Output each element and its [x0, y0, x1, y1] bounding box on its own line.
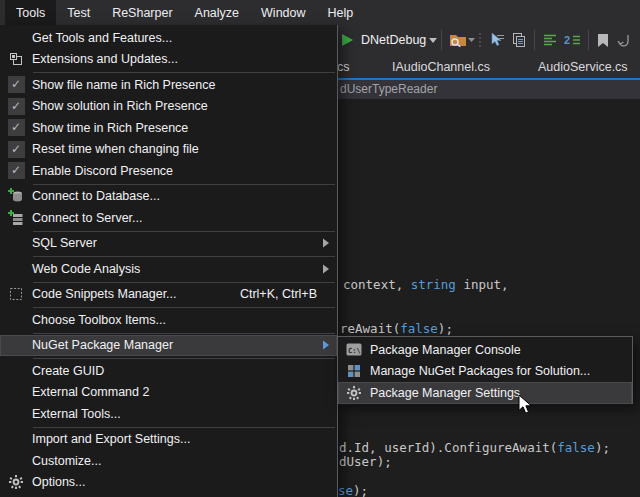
- menu-separator: [33, 356, 335, 359]
- menu-separator: [33, 254, 335, 257]
- menu-icon-empty: [0, 309, 32, 331]
- debug-target-dropdown[interactable]: DNetDebug: [361, 33, 426, 47]
- menu-separator: [33, 331, 335, 334]
- menu-item-web-code-analysis[interactable]: Web Code Analysis: [0, 258, 337, 280]
- chevron-down-icon[interactable]: [429, 38, 437, 43]
- menu-item-get-tools-and-features[interactable]: Get Tools and Features...: [0, 27, 337, 49]
- checkmark-icon: ✓: [0, 117, 32, 139]
- connect-database-icon: [0, 186, 32, 208]
- menubar-item-analyze[interactable]: Analyze: [184, 0, 250, 25]
- code-segment: );: [595, 440, 610, 455]
- menu-item-manage-nuget-packages-for-solution[interactable]: Manage NuGet Packages for Solution...: [338, 361, 632, 383]
- toolbar-items: DNetDebug: [338, 25, 633, 55]
- checkmark-icon: ✓: [0, 74, 32, 96]
- menu-item-external-tools[interactable]: External Tools...: [0, 403, 337, 425]
- tab-audioservicecs[interactable]: AudioService.cs: [538, 60, 628, 74]
- svg-text:C:\: C:\: [348, 347, 361, 355]
- menu-item-choose-toolbox-items[interactable]: Choose Toolbox Items...: [0, 309, 337, 331]
- menu-icon-empty: [0, 258, 32, 280]
- toolbar-separator: [588, 30, 589, 50]
- tools-menu-dropdown: Get Tools and Features...Extensions and …: [0, 25, 338, 497]
- menu-item-label: External Command 2: [32, 385, 337, 399]
- menu-icon-empty: [0, 233, 32, 255]
- menu-item-shortcut: Ctrl+K, Ctrl+B: [240, 287, 317, 301]
- code-segment: input,: [456, 277, 509, 292]
- menu-icon-empty: [0, 450, 32, 472]
- smart-indent-button[interactable]: 2: [561, 27, 584, 53]
- menu-item-customize[interactable]: Customize...: [0, 450, 337, 472]
- copy-document-icon: [511, 32, 527, 48]
- menu-item-label: Show file name in Rich Presence: [32, 78, 337, 92]
- menu-item-connect-to-database[interactable]: Connect to Database...: [0, 186, 337, 208]
- code-line: d.Id, userId).ConfigureAwait(false);: [339, 441, 610, 454]
- menu-icon-empty: [0, 429, 32, 451]
- code-line: se);: [338, 484, 368, 497]
- gear-icon: [0, 472, 32, 494]
- menu-item-show-file-name-in-rich-presence[interactable]: ✓Show file name in Rich Presence: [0, 74, 337, 96]
- console-icon: C:\: [338, 339, 370, 361]
- menubar-item-help[interactable]: Help: [317, 0, 365, 25]
- menu-item-create-guid[interactable]: Create GUID: [0, 360, 337, 382]
- menu-item-connect-to-server[interactable]: Connect to Server...: [0, 207, 337, 229]
- code-segment: );: [353, 483, 368, 497]
- navigate-to-button[interactable]: [485, 27, 508, 53]
- indent-question-icon: 2: [564, 33, 581, 47]
- menu-item-label: NuGet Package Manager: [32, 338, 322, 352]
- find-in-files-button[interactable]: [446, 27, 470, 53]
- menu-item-sql-server[interactable]: SQL Server: [0, 233, 337, 255]
- bookmark-button[interactable]: [593, 27, 613, 53]
- menu-item-label: Web Code Analysis: [32, 262, 322, 276]
- chevron-down-icon[interactable]: [468, 38, 475, 42]
- indent-lines-icon: [542, 33, 558, 47]
- menu-icon-empty: [0, 360, 32, 382]
- menu-separator: [33, 229, 335, 232]
- menu-item-package-manager-console[interactable]: C:\Package Manager Console: [338, 339, 632, 361]
- format-document-button[interactable]: [539, 27, 561, 53]
- menu-item-label: Choose Toolbox Items...: [32, 313, 337, 327]
- menu-item-show-solution-in-rich-presence[interactable]: ✓Show solution in Rich Presence: [0, 96, 337, 118]
- run-button[interactable]: [338, 27, 357, 53]
- menu-item-label: Create GUID: [32, 364, 337, 378]
- connect-server-icon: [0, 207, 32, 229]
- menu-separator: [33, 182, 335, 185]
- toolbar-grip[interactable]: [479, 33, 481, 47]
- menu-item-external-command-2[interactable]: External Command 2: [0, 382, 337, 404]
- vs-ide-window: ToolsTestReSharperAnalyzeWindowHelp DNet…: [0, 0, 640, 497]
- extensions-icon: [0, 49, 32, 71]
- menubar-item-test[interactable]: Test: [56, 0, 101, 25]
- breadcrumb[interactable]: dUserTypeReader: [340, 82, 437, 96]
- copy-code-button[interactable]: [508, 27, 530, 53]
- code-segment: d.Id, userId).ConfigureAwait(: [339, 440, 557, 455]
- menu-item-show-time-in-rich-presence[interactable]: ✓Show time in Rich Presence: [0, 117, 337, 139]
- menu-icon-empty: [0, 382, 32, 404]
- menubar-item-window[interactable]: Window: [250, 0, 316, 25]
- menu-item-label: Connect to Server...: [32, 211, 337, 225]
- menu-bar: ToolsTestReSharperAnalyzeWindowHelp: [0, 0, 640, 25]
- tab-iaudiochannelcs[interactable]: IAudioChannel.cs: [392, 60, 490, 74]
- menu-item-enable-discord-presence[interactable]: ✓Enable Discord Presence: [0, 160, 337, 182]
- code-line: dUser);: [339, 455, 392, 468]
- menu-item-nuget-package-manager[interactable]: NuGet Package Manager: [0, 335, 337, 357]
- code-segment: false: [400, 321, 438, 336]
- menu-icon-empty: [0, 335, 32, 357]
- prev-bookmark-button[interactable]: [613, 27, 633, 53]
- menu-item-options[interactable]: Options...: [0, 472, 337, 494]
- tab-cs[interactable]: cs: [337, 60, 350, 74]
- code-segment: reAwait(: [340, 321, 400, 336]
- code-segment: string: [411, 277, 456, 292]
- menu-item-reset-time-when-changing-file[interactable]: ✓Reset time when changing file: [0, 139, 337, 161]
- menubar-item-tools[interactable]: Tools: [5, 0, 56, 25]
- menu-item-import-and-export-settings[interactable]: Import and Export Settings...: [0, 429, 337, 451]
- menu-item-label: SQL Server: [32, 236, 322, 250]
- code-segment: );: [438, 321, 453, 336]
- menu-item-code-snippets-manager[interactable]: Code Snippets Manager...Ctrl+K, Ctrl+B: [0, 284, 337, 306]
- menu-item-package-manager-settings[interactable]: Package Manager Settings: [338, 382, 632, 404]
- submenu-arrow-icon: [322, 264, 330, 274]
- code-snippets-icon: [0, 284, 32, 306]
- menubar-item-resharper[interactable]: ReSharper: [101, 0, 183, 25]
- menu-item-extensions-and-updates[interactable]: Extensions and Updates...: [0, 49, 337, 71]
- menu-item-label: Extensions and Updates...: [32, 52, 337, 66]
- menu-separator: [33, 305, 335, 308]
- code-line: context, string input,: [343, 278, 509, 291]
- menu-item-label: Options...: [32, 475, 337, 489]
